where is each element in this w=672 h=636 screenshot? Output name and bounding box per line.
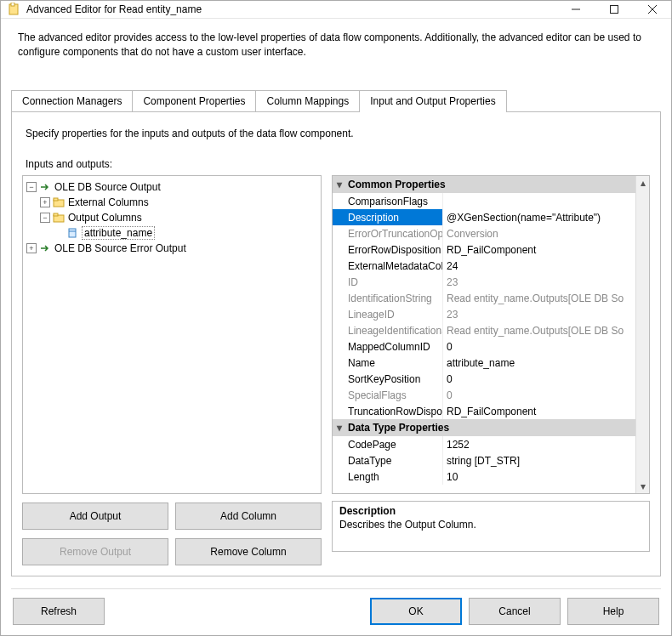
property-row[interactable]: CodePage1252	[333, 436, 649, 452]
property-row[interactable]: ExternalMetadataColu24	[333, 258, 649, 274]
property-row[interactable]: Length10	[333, 468, 649, 485]
property-row[interactable]: SortKeyPosition0	[333, 371, 649, 387]
property-value[interactable]: Read entity_name.Outputs[OLE DB So	[443, 290, 649, 306]
window: Advanced Editor for Read entity_name The…	[0, 0, 672, 636]
app-icon	[8, 3, 21, 16]
description-text: Describes the Output Column.	[339, 519, 642, 531]
remove-output-button: Remove Output	[22, 538, 168, 565]
remove-column-button[interactable]: Remove Column	[175, 538, 322, 565]
content-area: The advanced editor provides access to t…	[1, 19, 671, 635]
property-name: SpecialFlags	[333, 387, 443, 403]
property-value[interactable]: Conversion	[443, 225, 649, 241]
property-value[interactable]: 0	[443, 371, 649, 387]
property-value[interactable]: 23	[443, 274, 649, 290]
left-column: − OLE DB Source Output + External Column…	[22, 175, 322, 565]
property-value[interactable]: 23	[443, 306, 649, 322]
property-name: ErrorOrTruncationOpe	[333, 225, 443, 241]
svg-rect-10	[69, 229, 76, 237]
property-name: SortKeyPosition	[333, 371, 443, 387]
arrow-output-icon	[38, 180, 52, 194]
property-row[interactable]: LineageIdentificationSRead entity_name.O…	[333, 322, 649, 338]
titlebar: Advanced Editor for Read entity_name	[1, 1, 671, 19]
property-value[interactable]: 10	[443, 468, 649, 485]
tab-component-properties[interactable]: Component Properties	[132, 90, 256, 112]
property-section-header[interactable]: ▾Common Properties	[333, 176, 649, 193]
minimize-button[interactable]	[556, 1, 595, 18]
property-row[interactable]: TruncationRowDisposiRD_FailComponent	[333, 403, 649, 419]
tree-node-ole-db-source-error-output[interactable]: + OLE DB Source Error Output	[26, 241, 317, 256]
property-name: ErrorRowDisposition	[333, 241, 443, 258]
pane-caption: Specify properties for the inputs and ou…	[26, 128, 650, 139]
property-value[interactable]: 1252	[443, 436, 649, 452]
property-row[interactable]: Nameattribute_name	[333, 355, 649, 371]
add-output-button[interactable]: Add Output	[22, 503, 168, 530]
window-title: Advanced Editor for Read entity_name	[26, 3, 556, 15]
property-row[interactable]: SpecialFlags0	[333, 387, 649, 403]
tree[interactable]: − OLE DB Source Output + External Column…	[22, 175, 322, 494]
chevron-down-icon[interactable]: ▾	[333, 422, 346, 434]
add-column-button[interactable]: Add Column	[175, 503, 322, 530]
property-value[interactable]: Read entity_name.Outputs[OLE DB So	[443, 322, 649, 338]
collapse-icon[interactable]: −	[26, 182, 37, 192]
property-value[interactable]	[443, 193, 649, 209]
refresh-button[interactable]: Refresh	[13, 598, 105, 625]
expand-icon[interactable]: +	[40, 197, 50, 207]
tree-node-output-columns[interactable]: − Output Columns	[26, 210, 317, 225]
maximize-button[interactable]	[595, 1, 633, 18]
property-row[interactable]: Description@XGenSection(name="Attribute"…	[333, 209, 649, 225]
property-row[interactable]: ID23	[333, 274, 649, 290]
property-grid[interactable]: ▾Common PropertiesComparisonFlagsDescrip…	[332, 175, 650, 494]
svg-rect-3	[610, 6, 618, 14]
tree-node-attribute-name[interactable]: attribute_name	[26, 225, 317, 241]
window-buttons	[556, 1, 671, 18]
tab-input-output-properties[interactable]: Input and Output Properties	[359, 90, 506, 112]
property-row[interactable]: DataTypestring [DT_STR]	[333, 452, 649, 468]
property-value[interactable]: string [DT_STR]	[443, 452, 649, 468]
help-button[interactable]: Help	[567, 598, 659, 625]
tab-column-mappings[interactable]: Column Mappings	[255, 90, 360, 112]
arrow-output-icon	[38, 241, 52, 255]
scroll-down-icon[interactable]: ▾	[636, 480, 649, 493]
property-name: ID	[333, 274, 443, 290]
collapse-icon[interactable]: −	[40, 213, 50, 223]
folder-icon	[52, 211, 65, 224]
expand-icon[interactable]: +	[26, 243, 37, 253]
property-value[interactable]: 0	[443, 387, 649, 403]
column-icon	[65, 226, 79, 240]
tab-connection-managers[interactable]: Connection Managers	[11, 90, 133, 112]
property-value[interactable]: 0	[443, 338, 649, 355]
property-row[interactable]: MappedColumnID0	[333, 338, 649, 355]
property-name: Name	[333, 355, 443, 371]
property-name: DataType	[333, 452, 443, 468]
chevron-down-icon[interactable]: ▾	[333, 179, 346, 190]
property-row[interactable]: ErrorOrTruncationOpeConversion	[333, 225, 649, 241]
property-section-header[interactable]: ▾Data Type Properties	[333, 419, 649, 436]
svg-rect-1	[11, 3, 14, 6]
cancel-button[interactable]: Cancel	[469, 598, 561, 625]
property-value[interactable]: RD_FailComponent	[443, 241, 649, 258]
scrollbar[interactable]: ▴ ▾	[635, 176, 649, 493]
property-value[interactable]: RD_FailComponent	[443, 403, 649, 419]
tree-node-external-columns[interactable]: + External Columns	[26, 195, 317, 210]
property-value[interactable]: attribute_name	[443, 355, 649, 371]
footer: Refresh OK Cancel Help	[11, 598, 661, 625]
property-row[interactable]: IdentificationStringRead entity_name.Out…	[333, 290, 649, 306]
property-name: MappedColumnID	[333, 338, 443, 355]
property-name: Length	[333, 468, 443, 485]
property-row[interactable]: LineageID23	[333, 306, 649, 322]
tree-node-ole-db-source-output[interactable]: − OLE DB Source Output	[26, 179, 317, 195]
property-row[interactable]: ComparisonFlags	[333, 193, 649, 209]
description-panel: Description Describes the Output Column.	[332, 501, 650, 552]
property-section-title: Common Properties	[348, 179, 446, 190]
property-name: CodePage	[333, 436, 443, 452]
property-name: LineageIdentificationS	[333, 322, 443, 338]
property-row[interactable]: ErrorRowDispositionRD_FailComponent	[333, 241, 649, 258]
tree-heading: Inputs and outputs:	[26, 158, 650, 170]
close-button[interactable]	[633, 1, 671, 18]
scroll-up-icon[interactable]: ▴	[636, 176, 649, 190]
ok-button[interactable]: OK	[370, 598, 462, 625]
property-value[interactable]: 24	[443, 258, 649, 274]
property-name: TruncationRowDisposi	[333, 403, 443, 419]
property-value[interactable]: @XGenSection(name="Attribute")	[443, 209, 649, 225]
property-name: ComparisonFlags	[333, 193, 443, 209]
